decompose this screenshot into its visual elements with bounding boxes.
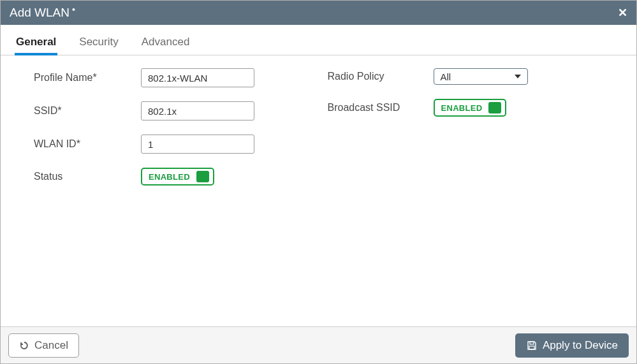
- status-toggle-knob: [196, 171, 209, 182]
- chevron-down-icon: [515, 75, 521, 78]
- add-wlan-modal: Add WLAN • ✕ General Security Advanced P…: [0, 0, 637, 364]
- radio-policy-select[interactable]: All: [434, 68, 528, 85]
- cancel-button[interactable]: Cancel: [8, 333, 79, 358]
- row-broadcast-ssid: Broadcast SSID ENABLED: [328, 99, 622, 117]
- label-wlan-id: WLAN ID*: [34, 138, 141, 150]
- tab-security[interactable]: Security: [79, 36, 118, 55]
- label-ssid: SSID*: [34, 105, 141, 117]
- row-profile-name: Profile Name*: [34, 68, 328, 87]
- apply-button-label: Apply to Device: [543, 339, 618, 352]
- profile-name-input[interactable]: [141, 68, 254, 87]
- ssid-input[interactable]: [141, 101, 254, 120]
- radio-policy-selected: All: [441, 71, 451, 82]
- label-broadcast-ssid: Broadcast SSID: [328, 102, 434, 113]
- apply-button[interactable]: Apply to Device: [515, 333, 629, 358]
- broadcast-ssid-toggle-label: ENABLED: [441, 103, 483, 113]
- modal-title-marker: •: [72, 4, 75, 15]
- status-toggle[interactable]: ENABLED: [141, 168, 214, 186]
- modal-title: Add WLAN: [10, 6, 70, 20]
- row-wlan-id: WLAN ID*: [34, 135, 328, 154]
- modal-footer: Cancel Apply to Device: [1, 326, 636, 363]
- tab-general[interactable]: General: [16, 36, 56, 55]
- broadcast-ssid-toggle[interactable]: ENABLED: [434, 99, 507, 117]
- svg-rect-0: [530, 342, 534, 344]
- form-body: Profile Name* SSID* WLAN ID* Status ENAB…: [1, 55, 636, 326]
- tab-bar: General Security Advanced: [1, 25, 636, 55]
- wlan-id-input[interactable]: [141, 135, 254, 154]
- broadcast-ssid-toggle-knob: [488, 102, 501, 113]
- svg-rect-1: [529, 346, 534, 349]
- form-col-left: Profile Name* SSID* WLAN ID* Status ENAB…: [16, 68, 328, 314]
- close-icon[interactable]: ✕: [618, 6, 627, 20]
- status-toggle-label: ENABLED: [149, 172, 190, 182]
- undo-icon: [19, 340, 29, 351]
- save-icon: [526, 340, 538, 351]
- cancel-button-label: Cancel: [34, 339, 68, 352]
- row-ssid: SSID*: [34, 101, 328, 120]
- tab-advanced[interactable]: Advanced: [142, 36, 190, 55]
- label-profile-name: Profile Name*: [34, 72, 141, 84]
- row-radio-policy: Radio Policy All: [328, 68, 622, 85]
- form-col-right: Radio Policy All Broadcast SSID ENABLED: [328, 68, 622, 314]
- label-radio-policy: Radio Policy: [328, 71, 434, 82]
- row-status: Status ENABLED: [34, 168, 328, 186]
- modal-header: Add WLAN • ✕: [1, 1, 636, 25]
- label-status: Status: [34, 171, 141, 182]
